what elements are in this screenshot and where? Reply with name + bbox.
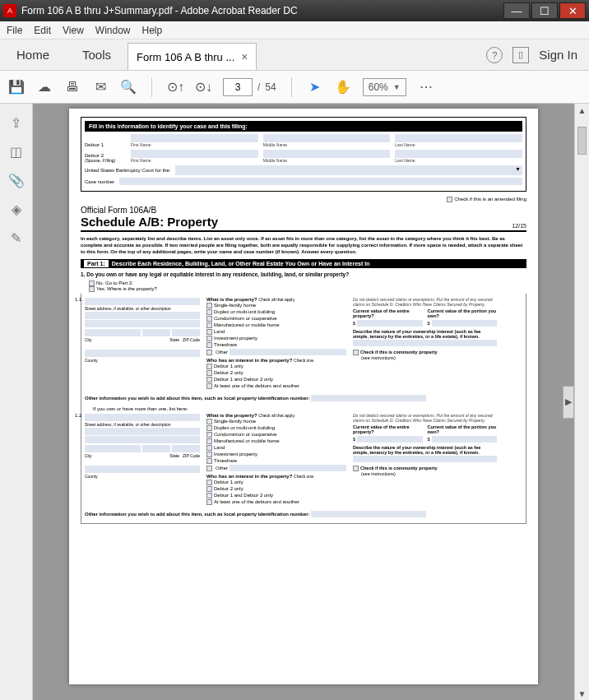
scroll-thumb[interactable] — [577, 127, 587, 155]
search-icon[interactable]: 🔍 — [120, 79, 137, 95]
debtor2-last[interactable] — [395, 150, 522, 158]
menu-view[interactable]: View — [63, 25, 84, 36]
divider — [291, 77, 292, 97]
scroll-down-icon[interactable]: ▼ — [575, 687, 589, 700]
menu-edit[interactable]: Edit — [34, 25, 51, 36]
pdf-page: Fill in this information to identify you… — [69, 109, 538, 684]
scroll-up-icon[interactable]: ▲ — [575, 104, 589, 117]
save-icon[interactable]: 💾 — [8, 79, 25, 95]
debtor2-middle[interactable] — [263, 150, 391, 158]
debtor2-first[interactable] — [131, 150, 258, 158]
addr1-line1[interactable] — [85, 298, 200, 305]
prev-page-icon[interactable]: ⊙↑ — [167, 79, 183, 95]
hand-icon[interactable]: ✋ — [335, 79, 351, 95]
menu-window[interactable]: Window — [95, 25, 131, 36]
document-tab-label: Form 106 A B thru ... — [137, 51, 234, 63]
scrollbar[interactable]: ▲ ▼ — [574, 104, 589, 700]
maximize-button[interactable]: ☐ — [531, 2, 558, 19]
pointer-icon[interactable]: ➤ — [307, 79, 323, 95]
sign-in-button[interactable]: Sign In — [539, 48, 577, 62]
window-title: Form 106 A B thru J+Summary.pdf - Adobe … — [21, 5, 503, 16]
amended-checkbox[interactable] — [447, 197, 452, 202]
addr1-line3[interactable] — [85, 320, 200, 327]
document-tab[interactable]: Form 106 A B thru ... × — [128, 43, 257, 70]
attachments-icon[interactable]: 📎 — [8, 173, 25, 188]
close-button[interactable]: ✕ — [559, 2, 586, 19]
email-icon[interactable]: ✉ — [92, 79, 109, 95]
page-total: 54 — [265, 81, 276, 93]
chevron-down-icon: ▼ — [393, 83, 401, 91]
menu-help[interactable]: Help — [142, 25, 163, 36]
debtor1-first[interactable] — [131, 134, 258, 142]
export-icon[interactable]: ⇪ — [11, 115, 21, 131]
menu-bar: File Edit View Window Help — [0, 21, 589, 39]
cloud-upload-icon[interactable]: ☁ — [36, 79, 53, 95]
next-page-side[interactable]: ▶ — [563, 386, 574, 419]
title-bar: A Form 106 A B thru J+Summary.pdf - Adob… — [0, 0, 589, 21]
page-input[interactable] — [223, 78, 253, 96]
divider — [151, 77, 152, 97]
minimize-button[interactable]: — — [503, 2, 530, 19]
help-icon[interactable]: ? — [486, 47, 503, 63]
schedule-title: Schedule A/B: Property — [81, 215, 218, 229]
question-1: 1. Do you own or have any legal or equit… — [81, 271, 526, 277]
debtor1-last[interactable] — [395, 134, 522, 142]
sign-icon[interactable]: ✎ — [11, 230, 21, 246]
home-tab[interactable]: Home — [0, 39, 66, 70]
q1-no[interactable] — [89, 280, 95, 286]
mobile-icon[interactable]: ▯ — [512, 47, 529, 63]
fill-header: Fill in this information to identify you… — [85, 121, 522, 132]
main-area: ⇪ ◫ 📎 ◈ ✎ ◀ Fill in this information to … — [0, 104, 589, 700]
pages-icon[interactable]: ◫ — [10, 144, 22, 160]
debtor1-middle[interactable] — [263, 134, 391, 142]
tools-tab[interactable]: Tools — [66, 39, 128, 70]
court-dropdown[interactable] — [175, 165, 522, 175]
court-label: United States Bankruptcy Court for the: — [85, 168, 170, 173]
print-icon[interactable]: 🖶 — [64, 80, 81, 95]
official-form: Official Form 106A/B — [81, 206, 526, 215]
addr1-county[interactable] — [85, 350, 200, 357]
addr1-line2[interactable] — [85, 312, 200, 319]
page-sep: / — [257, 81, 260, 93]
next-page-icon[interactable]: ⊙↓ — [195, 79, 211, 95]
zoom-value: 60% — [369, 81, 388, 93]
zoom-dropdown[interactable]: 60% ▼ — [363, 78, 406, 96]
caseno-field[interactable] — [119, 178, 522, 185]
menu-file[interactable]: File — [7, 25, 22, 36]
intro-text: In each category, separately list and de… — [81, 236, 526, 255]
toolbar: 💾 ☁ 🖶 ✉ 🔍 ⊙↑ ⊙↓ / 54 ➤ ✋ 60% ▼ ⋯ — [0, 71, 589, 104]
debtor1-label: Debtor 1 — [85, 142, 126, 147]
layers-icon[interactable]: ◈ — [12, 202, 21, 217]
left-panel: ⇪ ◫ 📎 ◈ ✎ — [0, 104, 33, 700]
page-box: / 54 — [223, 78, 276, 96]
app-icon: A — [3, 4, 16, 17]
document-viewer[interactable]: Fill in this information to identify you… — [33, 104, 574, 700]
caseno-label: Case number — [85, 179, 114, 184]
q1-yes[interactable] — [89, 286, 95, 292]
close-tab-icon[interactable]: × — [241, 50, 248, 63]
more-icon[interactable]: ⋯ — [418, 79, 434, 95]
tab-strip: Home Tools Form 106 A B thru ... × ? ▯ S… — [0, 39, 589, 71]
